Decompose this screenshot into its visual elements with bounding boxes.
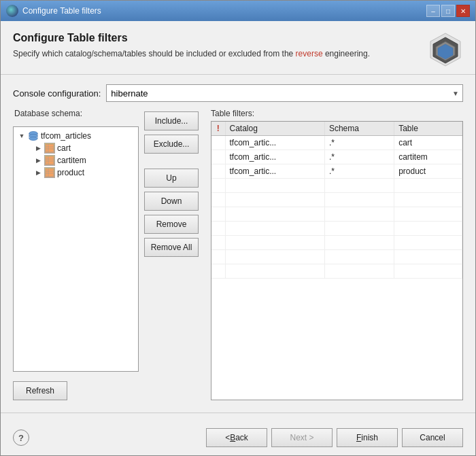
titlebar-left: Configure Table filters [6, 5, 101, 17]
next-label: Next > [290, 433, 313, 442]
filters-table[interactable]: ! Catalog Schema Table tfcom_artic... .* [211, 121, 463, 400]
svg-rect-11 [46, 156, 54, 164]
svg-point-6 [29, 137, 37, 141]
exclude-button[interactable]: Exclude... [144, 135, 199, 154]
row-schema: .* [324, 150, 394, 164]
remove-all-button[interactable]: Remove All [144, 238, 199, 257]
main-section: Database schema: ▼ [13, 109, 463, 400]
tree-item-product-label: product [57, 168, 84, 177]
table-row-empty [211, 193, 462, 207]
table-row-empty [211, 264, 462, 279]
table-row-empty [211, 250, 462, 264]
row-excl [211, 150, 225, 164]
footer-left: ? [13, 429, 201, 446]
tree-item-cart[interactable]: ▶ cart [33, 142, 135, 154]
tree-item-cartitem-label: cartitem [57, 156, 86, 165]
console-config-label: Console configuration: [13, 88, 101, 99]
tree-root-item[interactable]: ▼ [16, 130, 135, 142]
tree-item-cart-label: cart [57, 143, 71, 153]
remove-button[interactable]: Remove [144, 215, 199, 234]
svg-rect-7 [46, 144, 54, 152]
table-icon [44, 143, 55, 154]
table-row[interactable]: tfcom_artic... .* cart [211, 136, 462, 150]
schema-title: Database schema: [13, 109, 139, 118]
maximize-button[interactable]: □ [441, 5, 455, 17]
table-row[interactable]: tfcom_artic... .* cartitem [211, 150, 462, 164]
console-config-select[interactable]: hibernate jdbc jpa [106, 84, 463, 102]
table-row[interactable]: tfcom_artic... .* product [211, 164, 462, 179]
left-panel: Database schema: ▼ [13, 109, 139, 400]
tree-root-label: tfcom_articles [41, 131, 91, 141]
help-button[interactable]: ? [13, 429, 29, 446]
titlebar: Configure Table filters – □ ✕ [1, 1, 475, 21]
down-button[interactable]: Down [144, 192, 199, 211]
row-catalog: tfcom_artic... [225, 164, 324, 179]
row-excl [211, 164, 225, 179]
tree-item-product[interactable]: ▶ product [33, 166, 135, 179]
refresh-area: Refresh [13, 381, 139, 400]
app-icon [6, 5, 18, 17]
console-select-wrapper[interactable]: hibernate jdbc jpa ▼ [106, 84, 463, 102]
content-area: Configure Table filters Specify which ca… [1, 21, 475, 420]
row-catalog: tfcom_artic... [225, 150, 324, 164]
page-description: Specify which catalog/schema/tables shou… [13, 48, 370, 60]
tree-item-cartitem[interactable]: ▶ cartitem [33, 154, 135, 166]
filters-table-body: tfcom_artic... .* cart tfcom_artic... .*… [211, 136, 462, 279]
col-header-catalog: Catalog [225, 122, 324, 136]
footer-buttons: < Back Next > Finish Cancel [206, 428, 463, 447]
row-schema: .* [324, 136, 394, 150]
svg-rect-15 [46, 169, 54, 177]
help-icon: ? [18, 433, 24, 443]
back-button[interactable]: < Back [206, 428, 267, 447]
col-header-excl: ! [211, 122, 225, 136]
console-config-row: Console configuration: hibernate jdbc jp… [13, 84, 463, 102]
col-header-schema: Schema [324, 122, 394, 136]
table-icon [44, 167, 55, 178]
row-schema: .* [324, 164, 394, 179]
tree-expand-icon[interactable]: ▶ [34, 156, 42, 164]
header-section: Configure Table filters Specify which ca… [13, 32, 463, 67]
main-window: Configure Table filters – □ ✕ Configure … [0, 0, 476, 456]
app-logo [428, 32, 463, 67]
table-row-empty [211, 222, 462, 236]
titlebar-title: Configure Table filters [22, 6, 101, 16]
close-button[interactable]: ✕ [456, 5, 470, 17]
footer-divider [1, 413, 475, 413]
highlight-text: reverse [296, 49, 323, 58]
footer: ? < Back Next > Finish Cancel [1, 420, 475, 455]
tree-expand-icon[interactable]: ▼ [18, 132, 26, 140]
table-icon [44, 155, 55, 166]
next-button[interactable]: Next > [271, 428, 333, 447]
tree-expand-icon[interactable]: ▶ [34, 144, 42, 152]
table-row-empty [211, 179, 462, 193]
table-row-empty [211, 207, 462, 222]
minimize-button[interactable]: – [426, 5, 440, 17]
table-row-empty [211, 236, 462, 250]
row-table: cart [394, 136, 462, 150]
titlebar-buttons: – □ ✕ [426, 5, 470, 17]
row-excl [211, 136, 225, 150]
tree-children: ▶ cart [16, 142, 135, 179]
cancel-button[interactable]: Cancel [402, 428, 463, 447]
tree-expand-icon[interactable]: ▶ [34, 169, 42, 177]
schema-panel[interactable]: ▼ [13, 126, 139, 372]
finish-button[interactable]: Finish [337, 428, 398, 447]
back-label: B [230, 433, 235, 442]
right-panel: Table filters: ! Catalog Schema Table [211, 109, 463, 400]
finish-label: F [356, 433, 361, 442]
page-title: Configure Table filters [13, 32, 370, 44]
refresh-button[interactable]: Refresh [13, 381, 67, 400]
row-table: product [394, 164, 462, 179]
row-catalog: tfcom_artic... [225, 136, 324, 150]
up-button[interactable]: Up [144, 169, 199, 188]
header-divider [1, 74, 475, 75]
include-button[interactable]: Include... [144, 111, 199, 130]
header-text: Configure Table filters Specify which ca… [13, 32, 370, 60]
middle-panel: Include... Exclude... Up Down Remove Rem… [144, 109, 205, 400]
database-icon [28, 130, 39, 141]
col-header-table: Table [394, 122, 462, 136]
row-table: cartitem [394, 150, 462, 164]
table-filters-label: Table filters: [211, 109, 463, 118]
